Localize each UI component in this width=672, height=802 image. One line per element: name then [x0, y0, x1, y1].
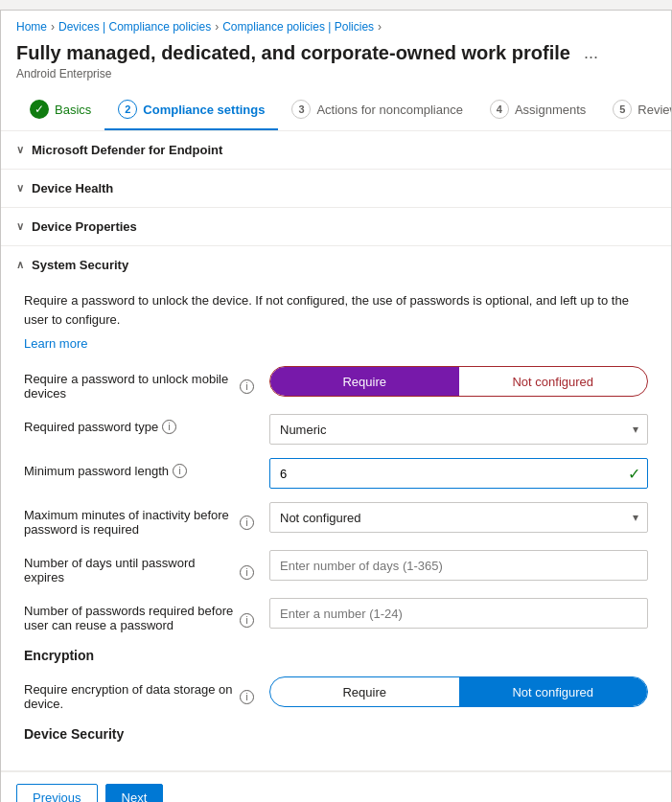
- section-device-health-label: Device Health: [32, 181, 113, 195]
- system-security-chevron-icon: ∧: [16, 259, 24, 271]
- section-defender-header[interactable]: ∨ Microsoft Defender for Endpoint: [1, 131, 671, 169]
- tab-noncompliance-number: 3: [291, 100, 311, 119]
- reuse-count-input[interactable]: [269, 598, 648, 629]
- section-system-security-label: System Security: [32, 258, 128, 272]
- section-device-properties-label: Device Properties: [32, 219, 137, 234]
- system-security-body: Require a password to unlock the device.…: [1, 284, 671, 770]
- days-expires-input[interactable]: [269, 550, 648, 581]
- encryption-row: Require encryption of data storage on de…: [24, 676, 648, 711]
- breadcrumb: Home › Devices | Compliance policies › C…: [1, 11, 671, 37]
- max-inactivity-info-icon[interactable]: i: [240, 516, 254, 530]
- learn-more-link[interactable]: Learn more: [24, 336, 648, 351]
- section-system-security: ∧ System Security Require a password to …: [1, 246, 671, 771]
- section-system-security-header[interactable]: ∧ System Security: [1, 246, 671, 284]
- tab-compliance-number: 2: [118, 100, 137, 119]
- tab-noncompliance[interactable]: 3 Actions for noncompliance: [278, 90, 475, 130]
- tab-assignments-label: Assignments: [515, 103, 586, 117]
- encryption-info-icon[interactable]: i: [240, 690, 254, 704]
- require-password-row: Require a password to unlock mobile devi…: [24, 366, 648, 401]
- min-length-input[interactable]: [269, 458, 648, 489]
- reuse-count-label: Number of passwords required before user…: [24, 598, 254, 632]
- max-inactivity-select-wrapper: Not configured 1 minute 5 minutes 15 min…: [269, 502, 648, 533]
- section-device-properties-header[interactable]: ∨ Device Properties: [1, 208, 671, 245]
- tab-review[interactable]: 5 Review + create: [599, 90, 671, 130]
- ellipsis-button[interactable]: ...: [578, 41, 604, 65]
- encryption-control: Require Not configured: [269, 676, 648, 707]
- min-length-label: Minimum password length i: [24, 458, 254, 478]
- encryption-label: Require encryption of data storage on de…: [24, 676, 254, 711]
- section-device-properties: ∨ Device Properties: [1, 208, 671, 246]
- next-button[interactable]: Next: [105, 784, 164, 802]
- days-expires-row: Number of days until password expires i: [24, 550, 648, 584]
- password-type-info-icon[interactable]: i: [162, 420, 176, 434]
- require-password-toggle: Require Not configured: [269, 366, 648, 397]
- days-expires-control: [269, 550, 648, 581]
- min-length-check-icon: ✓: [628, 465, 640, 483]
- tab-basics[interactable]: ✓ Basics: [16, 90, 104, 130]
- encryption-not-configured-btn[interactable]: Not configured: [459, 677, 648, 706]
- section-defender-label: Microsoft Defender for Endpoint: [32, 143, 222, 157]
- max-inactivity-control: Not configured 1 minute 5 minutes 15 min…: [269, 502, 648, 533]
- password-type-control: Numeric Alphanumeric Any: [269, 414, 648, 445]
- encryption-title: Encryption: [24, 648, 648, 663]
- device-security-title: Device Security: [24, 726, 648, 742]
- device-properties-chevron-icon: ∨: [16, 220, 24, 233]
- basics-check-icon: ✓: [30, 100, 49, 119]
- tab-review-number: 5: [613, 100, 632, 119]
- days-expires-label: Number of days until password expires i: [24, 550, 254, 584]
- reuse-count-row: Number of passwords required before user…: [24, 598, 648, 632]
- tab-noncompliance-label: Actions for noncompliance: [316, 103, 462, 117]
- section-device-health: ∨ Device Health: [1, 170, 671, 208]
- page-title-row: Fully managed, dedicated, and corporate-…: [1, 37, 671, 67]
- reuse-count-info-icon[interactable]: i: [240, 613, 254, 628]
- page-subtitle: Android Enterprise: [1, 67, 671, 90]
- tab-assignments[interactable]: 4 Assignments: [476, 90, 599, 130]
- require-password-require-btn[interactable]: Require: [270, 367, 459, 396]
- password-type-label: Required password type i: [24, 414, 254, 434]
- require-password-info-icon[interactable]: i: [240, 379, 254, 394]
- min-length-row: Minimum password length i ✓: [24, 458, 648, 489]
- tab-compliance-label: Compliance settings: [143, 103, 265, 117]
- defender-chevron-icon: ∨: [16, 144, 24, 156]
- password-type-select-wrapper: Numeric Alphanumeric Any: [269, 414, 648, 445]
- footer: Previous Next: [1, 771, 671, 802]
- encryption-section: Encryption Require encryption of data st…: [24, 648, 648, 711]
- device-security-section: Device Security: [24, 726, 648, 742]
- encryption-toggle: Require Not configured: [269, 676, 648, 707]
- max-inactivity-row: Maximum minutes of inactivity before pas…: [24, 502, 648, 537]
- min-length-input-wrapper: ✓: [269, 458, 648, 489]
- password-type-row: Required password type i Numeric Alphanu…: [24, 414, 648, 445]
- require-password-not-configured-btn[interactable]: Not configured: [459, 367, 648, 396]
- require-password-label: Require a password to unlock mobile devi…: [24, 366, 254, 401]
- tab-compliance[interactable]: 2 Compliance settings: [104, 90, 278, 130]
- password-type-select[interactable]: Numeric Alphanumeric Any: [269, 414, 648, 445]
- tabs-bar: ✓ Basics 2 Compliance settings 3 Actions…: [1, 90, 671, 131]
- breadcrumb-policies[interactable]: Compliance policies | Policies: [222, 20, 374, 34]
- breadcrumb-compliance-policies[interactable]: Devices | Compliance policies: [58, 20, 211, 34]
- require-password-control: Require Not configured: [269, 366, 648, 397]
- page-title: Fully managed, dedicated, and corporate-…: [16, 42, 570, 64]
- encryption-require-btn[interactable]: Require: [270, 677, 459, 706]
- reuse-count-control: [269, 598, 648, 629]
- days-expires-info-icon[interactable]: i: [240, 565, 254, 580]
- system-security-description: Require a password to unlock the device.…: [24, 291, 648, 329]
- min-length-info-icon[interactable]: i: [173, 464, 187, 478]
- tab-assignments-number: 4: [490, 100, 509, 119]
- tab-basics-label: Basics: [55, 103, 91, 117]
- section-defender: ∨ Microsoft Defender for Endpoint: [1, 131, 671, 170]
- main-window: Home › Devices | Compliance policies › C…: [0, 10, 672, 802]
- section-device-health-header[interactable]: ∨ Device Health: [1, 170, 671, 207]
- tab-review-label: Review + create: [637, 103, 671, 117]
- max-inactivity-select[interactable]: Not configured 1 minute 5 minutes 15 min…: [269, 502, 648, 533]
- previous-button[interactable]: Previous: [16, 784, 98, 802]
- device-health-chevron-icon: ∨: [16, 182, 24, 195]
- content-area: ∨ Microsoft Defender for Endpoint ∨ Devi…: [1, 131, 671, 771]
- breadcrumb-home[interactable]: Home: [16, 20, 47, 34]
- min-length-control: ✓: [269, 458, 648, 489]
- max-inactivity-label: Maximum minutes of inactivity before pas…: [24, 502, 254, 537]
